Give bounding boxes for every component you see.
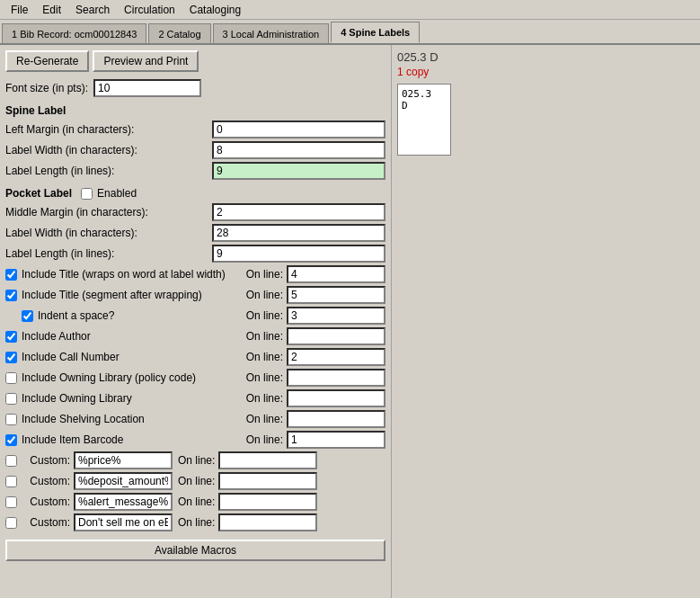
inc-shelving-label: Include Shelving Location (22, 413, 246, 425)
custom-0-checkbox[interactable] (5, 455, 17, 467)
custom-3-input[interactable] (74, 513, 173, 531)
inc-barcode-row: Include Item Barcode On line: (5, 431, 385, 449)
inc-own-lib-online-input[interactable] (287, 389, 385, 407)
regenerate-button[interactable]: Re-Generate (5, 50, 89, 72)
indent-online-label: On line: (246, 309, 283, 322)
inc-title-seg-online-label: On line: (246, 289, 283, 301)
inc-title-online-label: On line: (246, 268, 283, 281)
inc-title-checkbox[interactable] (5, 269, 17, 281)
inc-author-checkbox[interactable] (5, 331, 17, 343)
custom-3-checkbox[interactable] (5, 517, 17, 529)
custom-1-input[interactable] (74, 472, 173, 490)
font-size-row: Font size (in pts): (5, 79, 385, 97)
custom-1-online-label: On line: (178, 475, 215, 487)
custom-0-online-label: On line: (178, 454, 215, 467)
inc-own-lib-policy-label: Include Owning Library (policy code) (22, 371, 246, 384)
inc-shelving-online-input[interactable] (287, 410, 385, 428)
inc-callnum-row: Include Call Number On line: (5, 348, 385, 366)
inc-own-lib-checkbox[interactable] (5, 393, 17, 405)
custom-3-online-input[interactable] (218, 513, 317, 531)
left-panel: Re-Generate Preview and Print Font size … (0, 45, 391, 598)
inc-callnum-checkbox[interactable] (5, 352, 17, 363)
inc-own-lib-policy-row: Include Owning Library (policy code) On … (5, 369, 385, 387)
indent-online-input[interactable] (287, 307, 385, 325)
menu-cataloging[interactable]: Cataloging (182, 2, 248, 18)
custom-row-2: Custom: On line: (5, 493, 385, 511)
font-size-input[interactable] (93, 79, 201, 97)
left-margin-row: Left Margin (in characters): (5, 120, 385, 138)
inc-shelving-online-label: On line: (246, 413, 283, 425)
right-panel: 025.3 D 1 copy 025.3 D (391, 45, 700, 598)
custom-2-input[interactable] (74, 493, 173, 511)
inc-callnum-online-input[interactable] (287, 348, 385, 366)
pocket-label-width-input[interactable] (212, 224, 385, 242)
custom-1-label: Custom: (21, 475, 70, 487)
inc-author-label: Include Author (22, 330, 246, 343)
tab-spine-labels[interactable]: 4 Spine Labels (331, 22, 420, 43)
menu-search[interactable]: Search (68, 2, 117, 18)
inc-title-seg-online-input[interactable] (287, 286, 385, 304)
custom-0-label: Custom: (21, 454, 70, 467)
inc-own-lib-label: Include Owning Library (22, 392, 246, 405)
inc-author-online-label: On line: (246, 330, 283, 343)
custom-1-checkbox[interactable] (5, 476, 17, 487)
tab-local-admin[interactable]: 3 Local Administration (213, 23, 330, 43)
inc-shelving-checkbox[interactable] (5, 414, 17, 425)
pocket-label-section: Pocket Label Enabled (5, 187, 385, 200)
inc-barcode-online-input[interactable] (287, 431, 385, 449)
pocket-label-length-input[interactable] (212, 245, 385, 263)
custom-2-online-input[interactable] (218, 493, 317, 511)
toolbar: Re-Generate Preview and Print (5, 50, 385, 72)
label-line1: 025.3 (402, 88, 447, 100)
custom-2-label: Custom: (21, 495, 70, 508)
inc-title-online-input[interactable] (287, 265, 385, 283)
enabled-check-row: Enabled (81, 187, 137, 200)
font-size-label: Font size (in pts): (5, 82, 88, 94)
custom-0-input[interactable] (74, 451, 173, 469)
preview-print-button[interactable]: Preview and Print (93, 50, 199, 72)
pocket-label-length-row: Label Length (in lines): (5, 245, 385, 263)
custom-3-online-label: On line: (178, 516, 215, 529)
inc-own-lib-policy-online-label: On line: (246, 371, 283, 384)
inc-own-lib-policy-checkbox[interactable] (5, 372, 17, 384)
spine-label-width-row: Label Width (in characters): (5, 141, 385, 159)
custom-0-online-input[interactable] (218, 451, 317, 469)
preview-title: 025.3 D (397, 50, 695, 64)
left-margin-input[interactable] (212, 120, 385, 138)
inc-title-seg-checkbox[interactable] (5, 290, 17, 301)
spine-label-width-label: Label Width (in characters): (5, 144, 212, 156)
inc-barcode-label: Include Item Barcode (22, 433, 246, 446)
custom-1-online-input[interactable] (218, 472, 317, 490)
pocket-label-width-row: Label Width (in characters): (5, 224, 385, 242)
spine-label-length-label: Label Length (in lines): (5, 165, 212, 177)
inc-author-row: Include Author On line: (5, 327, 385, 345)
tab-bib-record[interactable]: 1 Bib Record: ocm00012843 (2, 23, 146, 43)
spine-label-length-input[interactable] (212, 162, 385, 180)
inc-title-label: Include Title (wraps on word at label wi… (22, 268, 246, 281)
custom-3-label: Custom: (21, 516, 70, 529)
inc-title-row: Include Title (wraps on word at label wi… (5, 265, 385, 283)
tab-catalog[interactable]: 2 Catalog (148, 23, 210, 43)
pocket-label-length-label: Label Length (in lines): (5, 247, 212, 260)
menu-circulation[interactable]: Circulation (117, 2, 182, 18)
available-macros-button[interactable]: Available Macros (5, 540, 385, 561)
custom-2-checkbox[interactable] (5, 496, 17, 508)
custom-row-1: Custom: On line: (5, 472, 385, 490)
inc-author-online-input[interactable] (287, 327, 385, 345)
spine-label-width-input[interactable] (212, 141, 385, 159)
pocket-enabled-checkbox[interactable] (81, 188, 93, 200)
inc-barcode-checkbox[interactable] (5, 434, 17, 446)
indent-space-checkbox[interactable] (22, 310, 33, 322)
custom-row-0: Custom: On line: (5, 451, 385, 469)
preview-copy: 1 copy (397, 66, 695, 78)
custom-2-online-label: On line: (178, 495, 215, 508)
menu-file[interactable]: File (4, 2, 35, 18)
inc-own-lib-online-label: On line: (246, 392, 283, 405)
middle-margin-input[interactable] (212, 203, 385, 221)
inc-shelving-row: Include Shelving Location On line: (5, 410, 385, 428)
menu-edit[interactable]: Edit (35, 2, 68, 18)
left-margin-label: Left Margin (in characters): (5, 123, 212, 136)
inc-title-seg-label: Include Title (segment after wrapping) (22, 289, 246, 301)
spine-label-length-row: Label Length (in lines): (5, 162, 385, 180)
inc-own-lib-policy-online-input[interactable] (287, 369, 385, 387)
